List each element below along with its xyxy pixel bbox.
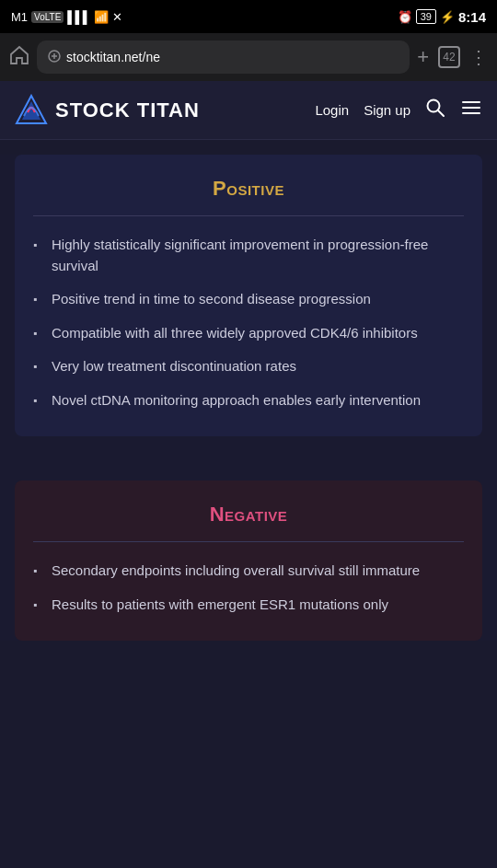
browser-actions: + 42 ⋮ [417, 45, 488, 69]
extra-icon: ✕ [112, 10, 122, 24]
url-security-icon [48, 50, 61, 65]
negative-divider [33, 541, 464, 542]
list-item: Highly statistically significant improve… [33, 235, 464, 276]
site-title: STOCK TITAN [55, 98, 200, 122]
time-display: 8:14 [458, 9, 486, 25]
battery-icon: 39 [416, 9, 436, 24]
signal-icon: ▌▌▌ [67, 10, 90, 24]
browser-url-bar[interactable]: stocktitan.net/ne [37, 41, 410, 74]
signup-button[interactable]: Sign up [364, 102, 410, 118]
list-item: Compatible with all three widely approve… [33, 323, 464, 344]
carrier-label: M1 [11, 10, 28, 24]
browser-chrome: stocktitan.net/ne + 42 ⋮ [0, 33, 497, 81]
list-item: Secondary endpoints including overall su… [33, 561, 464, 582]
browser-menu-button[interactable]: ⋮ [469, 46, 488, 68]
positive-bullet-list: Highly statistically significant improve… [33, 235, 464, 411]
volte-badge: VoLTE [31, 11, 64, 23]
section-gap [0, 451, 497, 466]
logo-icon [15, 94, 48, 127]
list-item: Results to patients with emergent ESR1 m… [33, 595, 464, 616]
svg-line-6 [438, 110, 444, 116]
main-content: Positive Highly statistically significan… [0, 155, 497, 641]
positive-section-card: Positive Highly statistically significan… [15, 155, 482, 436]
list-item: Novel ctDNA monitoring approach enables … [33, 390, 464, 411]
hamburger-menu-button[interactable] [460, 97, 482, 124]
alarm-icon: ⏰ [398, 10, 412, 24]
new-tab-button[interactable]: + [417, 45, 429, 69]
login-button[interactable]: Login [315, 102, 349, 118]
positive-section-title: Positive [33, 177, 464, 201]
search-button[interactable] [425, 98, 445, 122]
list-item: Positive trend in time to second disease… [33, 289, 464, 310]
negative-bullet-list: Secondary endpoints including overall su… [33, 561, 464, 615]
status-left: M1 VoLTE ▌▌▌ 📶 ✕ [11, 10, 122, 24]
site-nav: Login Sign up [315, 97, 482, 124]
site-header: STOCK TITAN Login Sign up [0, 81, 497, 140]
negative-section-title: Negative [33, 503, 464, 527]
url-text: stocktitan.net/ne [66, 50, 160, 64]
positive-divider [33, 215, 464, 216]
status-bar: M1 VoLTE ▌▌▌ 📶 ✕ ⏰ 39 ⚡ 8:14 [0, 0, 497, 33]
list-item: Very low treatment discontinuation rates [33, 356, 464, 377]
wifi-icon: 📶 [94, 10, 109, 24]
logo-area: STOCK TITAN [15, 94, 315, 127]
browser-home-button[interactable] [9, 45, 29, 70]
svg-marker-4 [22, 101, 40, 120]
negative-section-card: Negative Secondary endpoints including o… [15, 480, 482, 641]
status-right: ⏰ 39 ⚡ 8:14 [398, 9, 486, 25]
charging-icon: ⚡ [440, 10, 455, 24]
tabs-count-button[interactable]: 42 [438, 46, 460, 68]
